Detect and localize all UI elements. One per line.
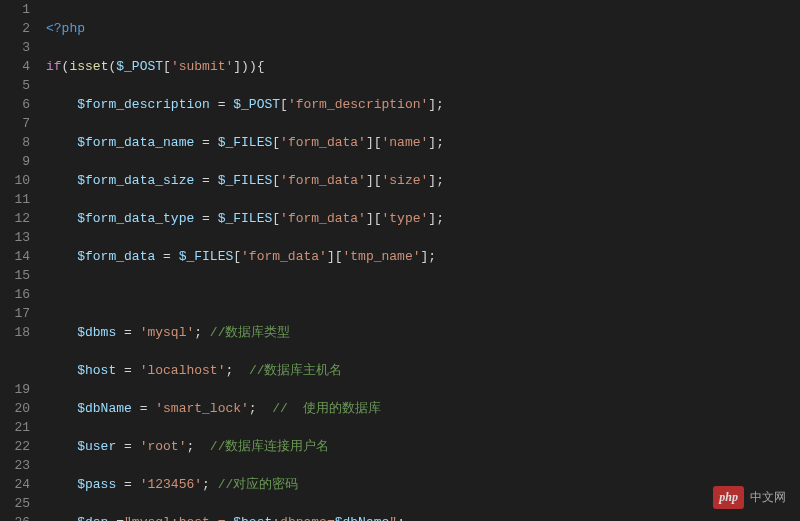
line-number: 4 <box>0 57 30 76</box>
line-number: 11 <box>0 190 30 209</box>
code-line: <?php <box>46 19 800 38</box>
code-line: $form_data_name = $_FILES['form_data']['… <box>46 133 800 152</box>
line-number: 10 <box>0 171 30 190</box>
line-number: 19 <box>0 380 30 399</box>
code-line: $dbms = 'mysql'; //数据库类型 <box>46 323 800 342</box>
line-number: 5 <box>0 76 30 95</box>
line-number: 16 <box>0 285 30 304</box>
code-line: $dsn ="mysql:host = $host;dbname=$dbName… <box>46 513 800 521</box>
watermark: php 中文网 <box>713 486 786 509</box>
line-number <box>0 342 30 361</box>
code-area[interactable]: <?php if(isset($_POST['submit'])){ $form… <box>42 0 800 521</box>
line-number: 1 <box>0 0 30 19</box>
line-number: 18 <box>0 323 30 342</box>
line-number: 25 <box>0 494 30 513</box>
line-number: 2 <box>0 19 30 38</box>
watermark-badge: php <box>713 486 744 509</box>
code-line: $form_data_size = $_FILES['form_data']['… <box>46 171 800 190</box>
line-number: 7 <box>0 114 30 133</box>
code-line: $form_data_type = $_FILES['form_data']['… <box>46 209 800 228</box>
line-number: 13 <box>0 228 30 247</box>
line-number: 20 <box>0 399 30 418</box>
code-line: $host = 'localhost'; //数据库主机名 <box>46 361 800 380</box>
code-line <box>46 285 800 304</box>
line-number: 23 <box>0 456 30 475</box>
line-number <box>0 361 30 380</box>
code-line: if(isset($_POST['submit'])){ <box>46 57 800 76</box>
code-line: $dbName = 'smart_lock'; // 使用的数据库 <box>46 399 800 418</box>
code-line: $pass = '123456'; //对应的密码 <box>46 475 800 494</box>
line-number: 26 <box>0 513 30 521</box>
line-number: 24 <box>0 475 30 494</box>
line-number: 3 <box>0 38 30 57</box>
line-number: 21 <box>0 418 30 437</box>
line-number: 6 <box>0 95 30 114</box>
code-line: $user = 'root'; //数据库连接用户名 <box>46 437 800 456</box>
line-number: 15 <box>0 266 30 285</box>
line-number: 8 <box>0 133 30 152</box>
watermark-text: 中文网 <box>750 488 786 507</box>
code-line: $form_data = $_FILES['form_data']['tmp_n… <box>46 247 800 266</box>
code-editor: 1 2 3 4 5 6 7 8 9 10 11 12 13 14 15 16 1… <box>0 0 800 521</box>
line-number: 9 <box>0 152 30 171</box>
line-number: 12 <box>0 209 30 228</box>
line-number-gutter: 1 2 3 4 5 6 7 8 9 10 11 12 13 14 15 16 1… <box>0 0 42 521</box>
line-number: 17 <box>0 304 30 323</box>
line-number: 22 <box>0 437 30 456</box>
line-number: 14 <box>0 247 30 266</box>
code-line: $form_description = $_POST['form_descrip… <box>46 95 800 114</box>
